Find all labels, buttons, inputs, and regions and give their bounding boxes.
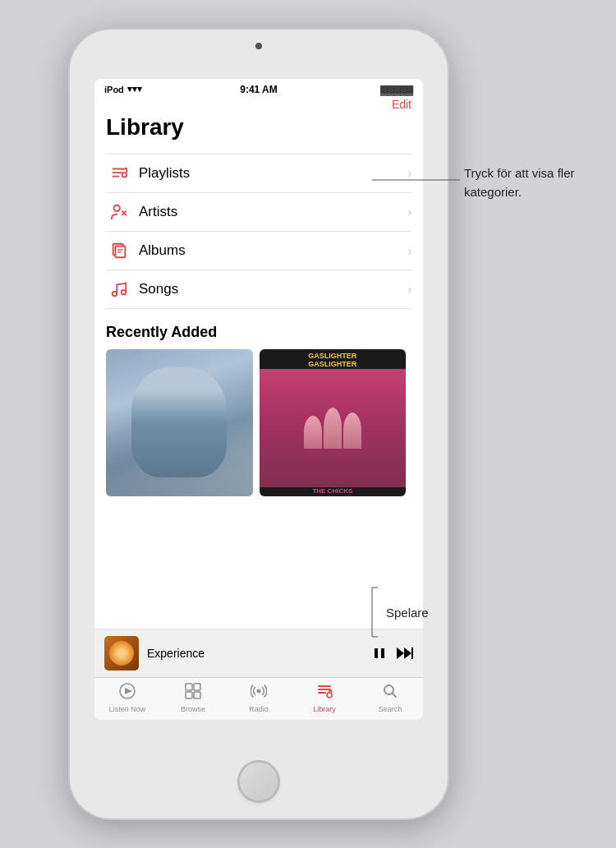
album-chicks[interactable]: GASLIGHTERGASLIGHTER THE CHICKS (260, 349, 407, 496)
tab-bar: Listen Now Browse (94, 677, 423, 720)
tab-browse[interactable]: Browse (160, 678, 226, 720)
svg-rect-22 (186, 692, 192, 698)
mini-thumb-shape (109, 641, 134, 666)
playlists-label: Playlists (139, 165, 407, 182)
battery-icon: ▓▓▓▓▓ (380, 85, 413, 94)
camera-dot (255, 43, 262, 49)
tab-search[interactable]: Search (357, 678, 423, 720)
tab-library-label: Library (313, 705, 336, 713)
library-item-albums[interactable]: Albums › (106, 232, 411, 270)
chicks-figures (304, 408, 361, 449)
tab-search-label: Search (379, 705, 402, 713)
artists-label: Artists (139, 204, 407, 220)
songs-label: Songs (139, 281, 407, 297)
radio-icon (251, 683, 267, 703)
skip-forward-button[interactable] (397, 646, 413, 661)
status-time: 9:41 AM (240, 84, 278, 95)
albums-icon (106, 242, 132, 260)
svg-rect-26 (318, 689, 331, 690)
svg-marker-16 (404, 648, 411, 659)
billie-face-shape (131, 367, 227, 477)
artists-chevron: › (407, 205, 411, 219)
albums-label: Albums (139, 242, 407, 259)
mini-player[interactable]: Experience (94, 629, 423, 677)
pause-button[interactable] (372, 646, 387, 661)
screen: iPod ▾▾▾ 9:41 AM ▓▓▓▓▓ Edit Library (94, 79, 423, 720)
mini-track-name: Experience (147, 647, 364, 660)
listen-now-icon (119, 683, 136, 703)
library-icon (316, 683, 333, 703)
chick-3 (343, 412, 361, 449)
tab-listen-now[interactable]: Listen Now (94, 678, 160, 720)
playlists-icon (106, 164, 132, 182)
mini-album-art (104, 636, 139, 671)
chick-2 (324, 408, 342, 449)
albums-chevron: › (407, 244, 411, 257)
library-item-songs[interactable]: Songs › (106, 270, 411, 309)
svg-rect-21 (194, 684, 200, 690)
album-grid: GASLIGHTERGASLIGHTER THE CHICKS (106, 349, 411, 496)
svg-rect-25 (318, 685, 331, 687)
page-title: Library (106, 114, 411, 141)
tab-radio[interactable]: Radio (226, 678, 292, 720)
edit-row: Edit (94, 98, 423, 114)
svg-marker-19 (125, 688, 132, 694)
album-billie[interactable] (106, 349, 253, 496)
library-item-artists[interactable]: Artists › (106, 193, 411, 232)
svg-point-24 (257, 689, 261, 694)
library-list: Playlists › Artists › (106, 154, 411, 309)
svg-rect-13 (375, 648, 378, 658)
svg-rect-17 (411, 648, 413, 659)
chicks-bottom-text: THE CHICKS (260, 487, 407, 496)
playlists-chevron: › (407, 167, 411, 180)
svg-rect-14 (381, 648, 384, 658)
svg-line-32 (393, 694, 397, 698)
home-button[interactable] (240, 763, 278, 800)
chicks-image (260, 369, 407, 487)
svg-rect-23 (194, 692, 200, 698)
svg-point-12 (122, 290, 126, 295)
songs-chevron: › (407, 283, 411, 296)
library-item-playlists[interactable]: Playlists › (106, 154, 411, 193)
svg-rect-20 (186, 684, 192, 690)
search-icon (382, 683, 398, 703)
svg-rect-27 (318, 692, 326, 694)
mini-controls (372, 646, 413, 661)
tab-radio-label: Radio (249, 705, 269, 713)
svg-point-28 (327, 693, 332, 698)
recently-added-title: Recently Added (106, 324, 411, 341)
svg-point-3 (122, 173, 127, 177)
svg-marker-15 (397, 648, 404, 659)
browse-icon (185, 683, 201, 703)
chick-1 (304, 416, 322, 449)
svg-point-11 (113, 292, 117, 297)
tab-browse-label: Browse (181, 705, 205, 713)
edit-button[interactable]: Edit (392, 98, 411, 111)
wifi-icon: ▾▾▾ (127, 84, 142, 94)
tab-library[interactable]: Library (292, 678, 357, 720)
main-content: Library (94, 114, 423, 629)
tab-listen-now-label: Listen Now (109, 705, 146, 713)
chicks-top-text: GASLIGHTERGASLIGHTER (260, 349, 407, 369)
songs-icon (106, 280, 132, 298)
artists-icon (106, 203, 132, 221)
svg-point-6 (114, 205, 120, 211)
status-bar: iPod ▾▾▾ 9:41 AM ▓▓▓▓▓ (94, 79, 423, 98)
edit-annotation: Tryck för att visa fler kategorier. (464, 164, 616, 201)
carrier-label: iPod (104, 85, 124, 94)
